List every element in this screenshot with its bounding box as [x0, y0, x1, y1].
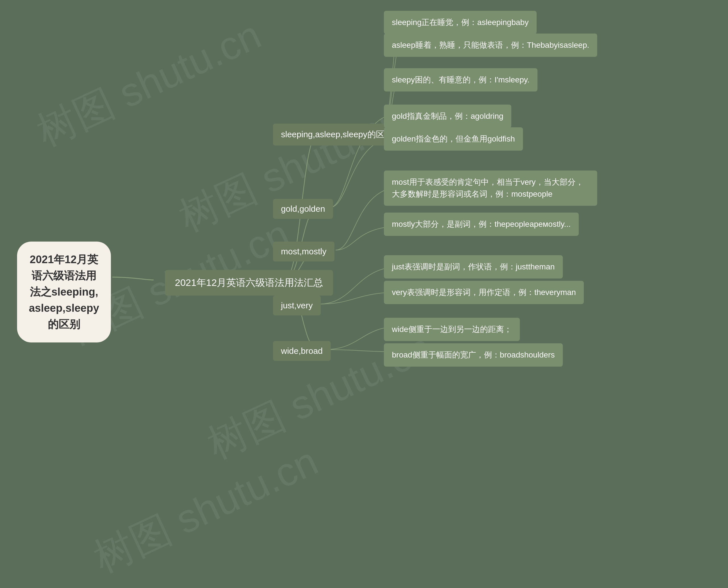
level3-label-4: gold指真金制品，例：agoldring [392, 112, 503, 121]
level3-node-1: sleeping正在睡觉，例：asleepingbaby [384, 11, 537, 34]
level3-label-6: most用于表感受的肯定句中，相当于very，当大部分，大多数解时是形容词或名词… [392, 177, 584, 198]
level2-node-4: just,very [273, 296, 321, 315]
level1-node: 2021年12月英语六级语法用法汇总 [165, 270, 333, 296]
level3-label-10: wide侧重于一边到另一边的距离； [392, 325, 512, 334]
level2-label-2: gold,golden [281, 204, 325, 213]
level3-label-8: just表强调时是副词，作状语，例：justtheman [392, 262, 555, 271]
level3-node-11: broad侧重于幅面的宽广，例：broadshoulders [384, 343, 563, 366]
level2-label-1: sleeping,asleep,sleepy的区别 [281, 130, 393, 139]
level3-node-3: sleepy困的、有睡意的，例：I'msleepy. [384, 68, 538, 91]
level3-node-2: asleep睡着，熟睡，只能做表语，例：Thebabyisasleep. [384, 34, 597, 57]
level3-node-10: wide侧重于一边到另一边的距离； [384, 318, 520, 341]
level3-node-9: very表强调时是形容词，用作定语，例：theveryman [384, 281, 584, 304]
level3-label-3: sleepy困的、有睡意的，例：I'msleepy. [392, 75, 529, 84]
level2-label-3: most,mostly [281, 247, 326, 256]
root-node: 2021年12月英语六级语法用法之sleeping, asleep,sleepy… [17, 241, 111, 342]
level2-label-4: just,very [281, 301, 313, 310]
watermark-text-5: 树图 shutu.cn [85, 435, 327, 586]
level3-label-11: broad侧重于幅面的宽广，例：broadshoulders [392, 351, 555, 359]
level2-node-5: wide,broad [273, 341, 331, 361]
level2-label-5: wide,broad [281, 346, 323, 356]
level3-node-5: golden指金色的，但金鱼用goldfish [384, 127, 523, 151]
level3-label-1: sleeping正在睡觉，例：asleepingbaby [392, 18, 529, 27]
level1-label: 2021年12月英语六级语法用法汇总 [175, 277, 323, 288]
root-label: 2021年12月英语六级语法用法之sleeping, asleep,sleepy… [29, 253, 99, 330]
level3-label-2: asleep睡着，熟睡，只能做表语，例：Thebabyisasleep. [392, 41, 589, 49]
watermark-text-1: 树图 shutu.cn [28, 8, 270, 160]
level2-node-2: gold,golden [273, 199, 333, 219]
watermark-text-2: 树图 shutu.cn [170, 94, 412, 245]
level3-node-7: mostly大部分，是副词，例：thepeopleаремostly... [384, 213, 579, 236]
level2-node-1: sleeping,asleep,sleepy的区别 [273, 124, 401, 146]
level3-label-7: mostly大部分，是副词，例：thepeopleаремostly... [392, 220, 571, 229]
level3-node-6: most用于表感受的肯定句中，相当于very，当大部分，大多数解时是形容词或名词… [384, 170, 597, 206]
level3-node-4: gold指真金制品，例：agoldring [384, 105, 511, 128]
level3-label-9: very表强调时是形容词，用作定语，例：theveryman [392, 288, 576, 297]
level3-label-5: golden指金色的，但金鱼用goldfish [392, 134, 515, 143]
level2-node-3: most,mostly [273, 241, 335, 261]
level3-node-8: just表强调时是副词，作状语，例：justtheman [384, 255, 563, 278]
